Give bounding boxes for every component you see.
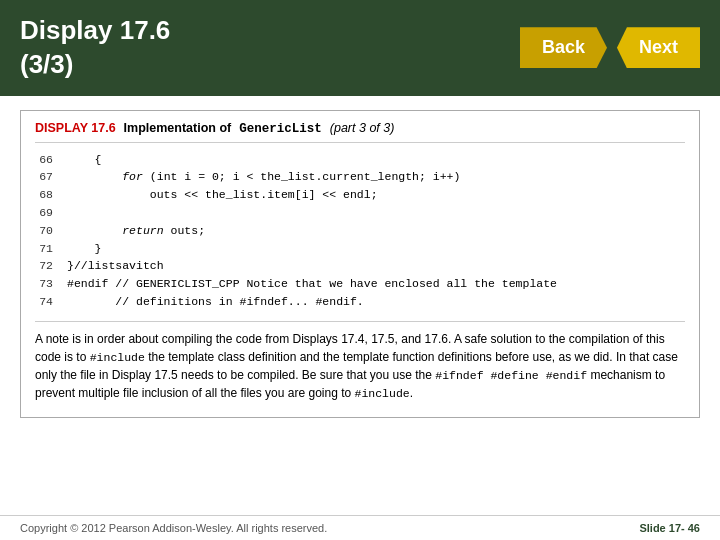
copyright: Copyright © 2012 Pearson Addison-Wesley.… bbox=[20, 522, 327, 534]
code-line-66: 66 { bbox=[35, 151, 685, 169]
code-line-68: 68 outs << the_list.item[i] << endl; bbox=[35, 186, 685, 204]
display-title-italic: (part 3 of 3) bbox=[330, 121, 395, 135]
main-content: DISPLAY 17.6 Implementation of GenericLi… bbox=[0, 96, 720, 428]
code-line-74: 74 // definitions in #ifndef... #endif. bbox=[35, 293, 685, 311]
display-title-bold: Implementation of bbox=[124, 121, 232, 135]
code-block: 66 { 67 for (int i = 0; i < the_list.cur… bbox=[35, 151, 685, 311]
header: Display 17.6(3/3) Back Next bbox=[0, 0, 720, 96]
code-line-69: 69 bbox=[35, 204, 685, 222]
next-label: Next bbox=[617, 27, 700, 68]
back-label: Back bbox=[520, 27, 607, 68]
note-paragraph: A note is in order about compiling the c… bbox=[35, 321, 685, 403]
code-line-70: 70 return outs; bbox=[35, 222, 685, 240]
back-button[interactable]: Back bbox=[520, 27, 607, 68]
nav-buttons: Back Next bbox=[520, 27, 700, 68]
display-box: DISPLAY 17.6 Implementation of GenericLi… bbox=[20, 110, 700, 418]
display-label: DISPLAY 17.6 bbox=[35, 121, 116, 135]
code-line-73: 73 #endif // GENERICLIST_CPP Notice that… bbox=[35, 275, 685, 293]
footer: Copyright © 2012 Pearson Addison-Wesley.… bbox=[0, 515, 720, 540]
display-header: DISPLAY 17.6 Implementation of GenericLi… bbox=[35, 121, 685, 143]
code-line-71: 71 } bbox=[35, 240, 685, 258]
code-line-67: 67 for (int i = 0; i < the_list.current_… bbox=[35, 168, 685, 186]
display-title-mono: GenericList bbox=[239, 122, 322, 136]
code-line-72: 72 }//listsavitch bbox=[35, 257, 685, 275]
page-title: Display 17.6(3/3) bbox=[20, 14, 170, 82]
slide-number: Slide 17- 46 bbox=[639, 522, 700, 534]
next-button[interactable]: Next bbox=[617, 27, 700, 68]
